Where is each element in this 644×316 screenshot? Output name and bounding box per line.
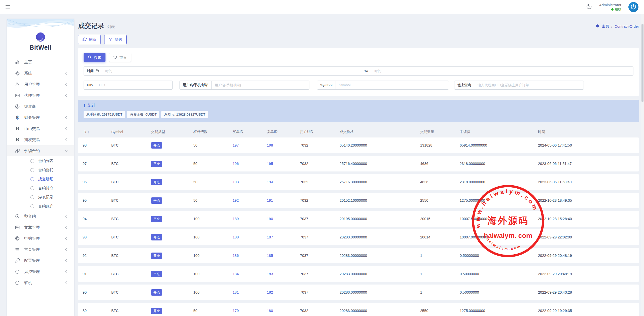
cell-id: 94 — [83, 217, 111, 221]
dot-circle-icon — [14, 214, 20, 219]
cell-amount: 20015 — [420, 217, 460, 221]
sell-order-link[interactable]: 183 — [267, 272, 273, 276]
radio-circle-icon — [30, 168, 34, 172]
cell-user-uid: 7032 — [300, 309, 340, 313]
table-row: 92BTC开仓100186185703720283.0000000010.500… — [78, 248, 639, 263]
sidebar-item-label: 首页管理 — [24, 247, 66, 252]
trade-type-badge: 开仓 — [151, 179, 162, 185]
stat-badge: 总盈亏: 13628.08827USDT — [161, 111, 208, 118]
sidebar-item-label: 币币交易 — [24, 126, 66, 131]
sidebar-item[interactable]: 渠道商 — [7, 101, 74, 112]
cell-symbol: BTC — [111, 290, 151, 294]
buy-order-link[interactable]: 179 — [233, 309, 239, 313]
sell-order-link[interactable]: 190 — [267, 217, 273, 221]
cell-time: 2022-09-29 22:02:00 — [538, 235, 634, 239]
sidebar-item[interactable]: 申购管理 — [7, 233, 74, 244]
sidebar-subitem[interactable]: 穿仓记录 — [7, 193, 74, 202]
topbar: Administrator 在线 — [0, 0, 644, 14]
reset-button[interactable]: 重置 — [109, 53, 131, 62]
sell-order-link[interactable]: 195 — [267, 162, 273, 166]
buy-order-link[interactable]: 197 — [233, 143, 239, 147]
user-avatar[interactable] — [628, 2, 638, 12]
stats-card: i 统计 总手续费: 293751USDT总资金费: 0USDT总盈亏: 136… — [78, 100, 639, 122]
table-row: 96BTC开仓50193194703225716.300000004636231… — [78, 174, 639, 190]
time-from-input[interactable] — [102, 67, 361, 75]
buy-order-link[interactable]: 192 — [233, 198, 239, 202]
sell-order-link[interactable]: 182 — [267, 290, 273, 294]
sidebar-subitem[interactable]: 合约委托 — [7, 165, 74, 174]
buy-order-link[interactable]: 189 — [233, 217, 239, 221]
page-subtitle: 列表 — [107, 24, 115, 29]
sidebar-item[interactable]: 用户管理 — [7, 79, 74, 90]
cell-id: 89 — [83, 309, 111, 313]
breadcrumb-home-link[interactable]: 主页 — [602, 24, 609, 29]
buy-order-link[interactable]: 188 — [233, 235, 239, 239]
sidebar-item[interactable]: 风控管理 — [7, 266, 74, 277]
scrollbar-thumb[interactable] — [641, 24, 643, 102]
column-header-symbol: Symbol — [111, 130, 151, 134]
search-button[interactable]: 搜索 — [84, 53, 105, 62]
cell-price: 20283.00000000 — [340, 235, 420, 239]
sell-order-link[interactable]: 198 — [267, 143, 273, 147]
column-header-fee: 手续费 — [460, 130, 538, 134]
filter-button[interactable]: 筛选 — [104, 35, 127, 44]
sell-order-link[interactable]: 194 — [267, 180, 273, 184]
table-body: 98BTC开仓50197198703265140.200000001318286… — [78, 137, 639, 316]
sidebar-subitem-label: 合约委托 — [38, 168, 53, 172]
refresh-icon — [83, 37, 87, 42]
sidebar-subitem[interactable]: 成交明细 — [7, 174, 74, 184]
uid-filter: UID — [84, 81, 173, 90]
buy-order-link[interactable]: 186 — [233, 254, 239, 258]
article-icon — [14, 225, 20, 230]
sidebar-item[interactable]: 秒合约 — [7, 211, 74, 222]
sidebar-item[interactable]: 文章管理 — [7, 222, 74, 233]
sidebar-item[interactable]: $财务管理 — [7, 112, 74, 123]
buy-order-link[interactable]: 181 — [233, 290, 239, 294]
users-icon — [14, 82, 20, 87]
cell-price: 20195.00000000 — [340, 217, 420, 221]
hamburger-menu-icon[interactable] — [6, 5, 11, 9]
buy-order-link[interactable]: 196 — [233, 162, 239, 166]
sidebar-item[interactable]: 首页管理 — [7, 244, 74, 255]
cell-fee: 1275.00000000 — [460, 309, 538, 313]
sell-order-link[interactable]: 187 — [267, 235, 273, 239]
cell-symbol: BTC — [111, 198, 151, 202]
sidebar-item[interactable]: 永续合约 — [7, 145, 74, 156]
sidebar-item-label: 期权交易 — [24, 137, 66, 143]
sidebar-item-label: 主页 — [24, 60, 68, 65]
chevron-left-icon — [65, 270, 68, 273]
user-meta: Administrator 在线 — [599, 3, 621, 12]
vertical-scrollbar[interactable] — [641, 14, 644, 316]
sidebar-subitem[interactable]: 合约持仓 — [7, 184, 74, 193]
refresh-button[interactable]: 刷新 — [78, 35, 101, 44]
cell-trade-type: 开仓 — [151, 289, 193, 296]
sell-order-link[interactable]: 180 — [267, 309, 273, 313]
buy-order-link[interactable]: 193 — [233, 180, 239, 184]
sidebar-item[interactable]: 矿机 — [7, 277, 74, 288]
sidebar-item[interactable]: 系统 — [7, 68, 74, 79]
column-header-id[interactable]: ID↑ — [83, 130, 111, 134]
dark-mode-toggle[interactable] — [586, 4, 592, 11]
list-icon — [14, 247, 20, 252]
cell-amount: 4636 — [420, 162, 460, 166]
sidebar-subitem[interactable]: 合约列表 — [7, 156, 74, 165]
cell-sell-id: 191 — [267, 198, 300, 202]
cell-symbol: BTC — [111, 180, 151, 184]
sidebar-subitem[interactable]: 合约账户 — [7, 202, 74, 211]
chain-query-input[interactable] — [474, 81, 584, 89]
sell-order-link[interactable]: 185 — [267, 254, 273, 258]
sell-order-link[interactable]: 191 — [267, 198, 273, 202]
sidebar-item[interactable]: 配置管理 — [7, 255, 74, 266]
sidebar-item[interactable]: B币币交易 — [7, 123, 74, 134]
time-to-input[interactable] — [371, 67, 633, 75]
sidebar-item[interactable]: 主页 — [7, 57, 74, 68]
buy-order-link[interactable]: 184 — [233, 272, 239, 276]
uid-input[interactable] — [96, 81, 172, 89]
username-input[interactable] — [212, 81, 309, 89]
sidebar-item[interactable]: Ƀ期权交易 — [7, 134, 74, 145]
cell-time: 2022-10-28 18:49:35 — [538, 198, 634, 202]
symbol-input[interactable] — [336, 81, 449, 89]
sidebar-subitem-label: 成交明细 — [38, 177, 53, 182]
cell-sell-id: 180 — [267, 309, 300, 313]
sidebar-item[interactable]: 代理管理 — [7, 90, 74, 101]
